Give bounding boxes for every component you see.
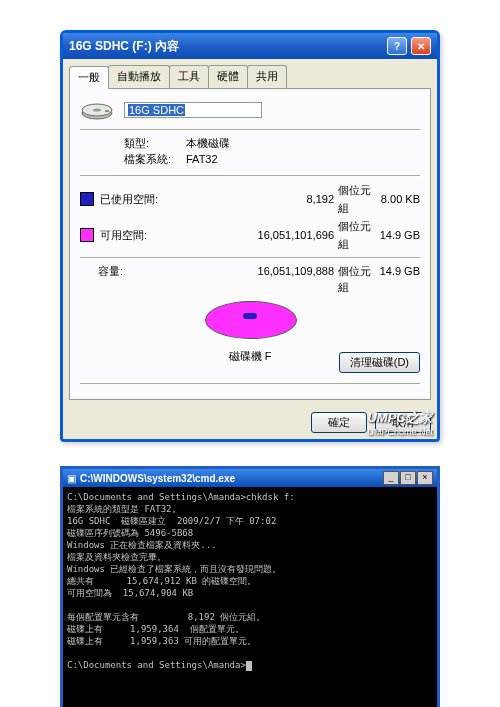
volume-label-input[interactable]: 16G SDHC: [124, 102, 262, 118]
cmd-window: ▣ C:\WINDOWS\system32\cmd.exe _ □ × C:\D…: [60, 466, 440, 707]
tab-general[interactable]: 一般: [69, 66, 109, 89]
cmd-minimize-button[interactable]: _: [383, 471, 399, 485]
tab-hardware[interactable]: 硬體: [208, 65, 248, 88]
capacity-human: 14.9 GB: [372, 263, 420, 295]
drive-meta: 類型:本機磁碟 檔案系統:FAT32: [124, 135, 420, 167]
used-label: 已使用空間:: [100, 190, 160, 208]
free-bytes: 16,051,101,696: [160, 226, 338, 244]
free-swatch: [80, 228, 94, 242]
used-bytes: 8,192: [160, 190, 338, 208]
cmd-titlebar[interactable]: ▣ C:\WINDOWS\system32\cmd.exe _ □ ×: [63, 469, 437, 487]
cmd-close-button[interactable]: ×: [417, 471, 433, 485]
tab-autoplay[interactable]: 自動播放: [108, 65, 170, 88]
ok-button[interactable]: 確定: [311, 412, 367, 433]
dialog-titlebar[interactable]: 16G SDHC (F:) 內容 ? ✕: [63, 33, 437, 59]
free-human: 14.9 GB: [372, 226, 420, 244]
used-swatch: [80, 192, 94, 206]
type-label: 類型:: [124, 135, 174, 151]
close-button[interactable]: ✕: [411, 37, 431, 55]
capacity-label: 容量:: [98, 263, 158, 295]
space-table: 已使用空間: 8,192 個位元組 8.00 KB 可用空間: 16,051,1…: [80, 181, 420, 253]
help-button[interactable]: ?: [387, 37, 407, 55]
cmd-icon: ▣: [67, 473, 76, 484]
svg-point-2: [93, 109, 101, 112]
filesystem-value: FAT32: [186, 151, 218, 167]
properties-dialog: 16G SDHC (F:) 內容 ? ✕ 一般 自動播放 工具 硬體 共用 16…: [60, 30, 440, 442]
tab-panel-general: 16G SDHC 類型:本機磁碟 檔案系統:FAT32 已使用空間: 8,192…: [69, 88, 431, 400]
disk-cleanup-button[interactable]: 清理磁碟(D): [339, 352, 420, 373]
type-value: 本機磁碟: [186, 135, 230, 151]
capacity-bytes: 16,051,109,888: [158, 263, 338, 295]
cmd-output[interactable]: C:\Documents and Settings\Amanda>chkdsk …: [63, 487, 437, 707]
cmd-title: C:\WINDOWS\system32\cmd.exe: [80, 473, 379, 484]
dialog-title: 16G SDHC (F:) 內容: [69, 38, 383, 55]
free-label: 可用空間:: [100, 226, 160, 244]
cmd-maximize-button[interactable]: □: [400, 471, 416, 485]
tabs: 一般 自動播放 工具 硬體 共用: [63, 59, 437, 88]
tab-tools[interactable]: 工具: [169, 65, 209, 88]
filesystem-label: 檔案系統:: [124, 151, 174, 167]
watermark: UMPC之家UMPChome.Net: [367, 409, 433, 437]
svg-rect-3: [105, 110, 109, 112]
tab-sharing[interactable]: 共用: [247, 65, 287, 88]
used-human: 8.00 KB: [372, 190, 420, 208]
drive-icon: [80, 99, 114, 121]
